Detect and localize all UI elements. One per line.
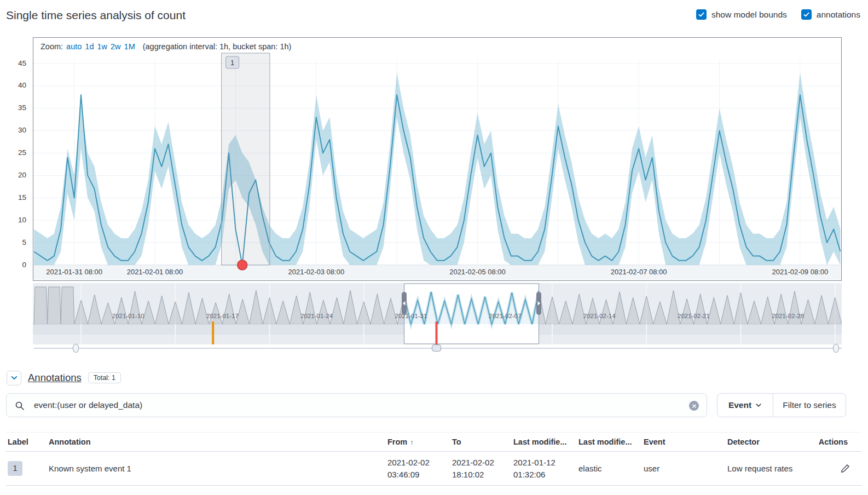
label-cell: 1 — [6, 461, 47, 476]
x-axis-label: 2021-02-01 08:00 — [127, 268, 183, 276]
y-axis-label: 35 — [4, 103, 26, 112]
annotations-table: LabelAnnotationFrom↑ToLast modifie...Las… — [6, 432, 862, 486]
last-modified-by-cell: elastic — [577, 463, 642, 475]
zoom-option-auto[interactable]: auto — [66, 42, 82, 51]
context-annotation-marker[interactable] — [212, 321, 214, 344]
annotation-label-badge: 1 — [8, 461, 22, 476]
y-axis-label: 15 — [4, 193, 26, 202]
y-axis-label: 10 — [4, 216, 26, 224]
chart-toggles: show model bounds annotations — [696, 9, 860, 20]
column-header-annotation[interactable]: Annotation — [47, 438, 386, 446]
zoom-option-1M[interactable]: 1M — [124, 42, 135, 51]
annotation-row: 1Known system event 12021-02-0203:46:092… — [6, 452, 862, 486]
selection-handle-left[interactable] — [402, 292, 407, 315]
x-axis-label: 2021-02-09 08:00 — [772, 268, 829, 276]
show-model-bounds-label: show model bounds — [711, 10, 787, 20]
annotations-search-input[interactable] — [7, 394, 707, 417]
y-axis-label: 20 — [4, 171, 26, 179]
zoom-label: Zoom: — [40, 42, 63, 51]
annotation-region[interactable]: 1 — [222, 53, 270, 265]
detector-cell: Low request rates — [726, 463, 813, 475]
chevron-down-icon — [10, 374, 18, 382]
context-axis-label: 2021-02-28 — [772, 313, 804, 319]
x-axis-label: 2021-02-07 08:00 — [611, 268, 667, 276]
y-axis-label: 25 — [4, 148, 26, 157]
selection-handle-right[interactable] — [536, 292, 541, 315]
sort-ascending-icon: ↑ — [410, 438, 414, 446]
event-filter-dropdown[interactable]: Event — [717, 394, 773, 417]
annotations-checkbox-label: annotations — [817, 10, 860, 20]
context-axis-label: 2021-01-31 — [395, 313, 427, 319]
timeseries-chart-panel: Zoom: auto1d1w2w1M (aggregation interval… — [33, 37, 842, 281]
checkbox-checked-icon — [696, 9, 707, 20]
edit-annotation-button[interactable] — [841, 464, 850, 473]
show-model-bounds-checkbox[interactable]: show model bounds — [696, 9, 787, 20]
x-axis-label: 2021-01-31 08:00 — [46, 268, 102, 276]
context-axis-label: 2021-02-07 — [489, 313, 522, 319]
context-axis-label: 2021-01-17 — [206, 313, 239, 319]
y-axis-label: 30 — [4, 126, 26, 134]
range-slider-left-handle[interactable] — [73, 344, 79, 353]
filter-to-series-button[interactable]: Filter to series — [773, 394, 846, 417]
event-cell: user — [642, 463, 726, 475]
from-cell: 2021-02-0203:46:09 — [386, 457, 450, 481]
annotations-search — [6, 393, 707, 417]
anomaly-marker[interactable] — [238, 260, 247, 270]
last-modified-date-cell: 2021-01-1201:32:06 — [512, 457, 577, 481]
y-axis-label: 45 — [4, 59, 26, 67]
column-header-label[interactable]: Label — [6, 438, 47, 446]
svg-text:1: 1 — [230, 59, 234, 67]
y-axis-label: 40 — [4, 81, 26, 89]
annotations-checkbox[interactable]: annotations — [801, 9, 860, 20]
y-axis-label: 5 — [4, 238, 26, 246]
range-slider-drag-handle[interactable] — [432, 344, 441, 352]
column-header-last-modifie[interactable]: Last modifie... — [577, 438, 642, 446]
chevron-down-icon — [755, 402, 762, 408]
event-filter-label: Event — [728, 400, 751, 410]
timeseries-chart[interactable]: 12021-01-31 08:002021-02-01 08:002021-02… — [33, 38, 841, 280]
zoom-controls: Zoom: auto1d1w2w1M (aggregation interval… — [40, 42, 291, 51]
column-header-last-modifie[interactable]: Last modifie... — [512, 438, 577, 446]
annotation-cell: Known system event 1 — [47, 463, 386, 475]
range-slider-right-handle[interactable] — [833, 344, 839, 353]
column-header-event[interactable]: Event — [642, 438, 726, 446]
clear-search-button[interactable] — [689, 401, 699, 411]
annotations-filter-group: Event Filter to series — [717, 393, 846, 417]
x-axis-label: 2021-02-05 08:00 — [449, 268, 506, 276]
context-navigator-chart[interactable]: 2021-01-102021-01-172021-01-242021-01-31… — [33, 283, 842, 344]
to-cell: 2021-02-0218:10:02 — [450, 457, 512, 481]
checkbox-checked-icon — [801, 9, 812, 20]
zoom-links: auto1d1w2w1M — [66, 42, 135, 51]
page-title: Single time series analysis of count — [6, 9, 186, 22]
annotations-section-title[interactable]: Annotations — [28, 372, 82, 384]
zoom-option-1w[interactable]: 1w — [97, 42, 107, 51]
annotations-total-badge: Total: 1 — [88, 372, 121, 383]
column-header-actions: Actions — [813, 438, 862, 446]
y-axis-label: 0 — [4, 261, 26, 269]
column-header-from[interactable]: From↑ — [386, 438, 450, 446]
annotations-accordion-header: Annotations Total: 1 — [7, 370, 121, 385]
context-axis-label: 2021-02-14 — [583, 313, 616, 319]
table-body: 1Known system event 12021-02-0203:46:092… — [6, 452, 862, 486]
table-header-row: LabelAnnotationFrom↑ToLast modifie...Las… — [6, 432, 862, 452]
context-annotation-marker[interactable] — [436, 321, 438, 344]
zoom-option-1d[interactable]: 1d — [85, 42, 94, 51]
column-header-detector[interactable]: Detector — [726, 438, 813, 446]
collapse-annotations-button[interactable] — [7, 371, 21, 385]
zoom-option-2w[interactable]: 2w — [111, 42, 121, 51]
context-axis-label: 2021-01-10 — [112, 313, 144, 319]
context-axis-label: 2021-01-24 — [300, 313, 333, 319]
single-metric-viewer-page: Single time series analysis of count sho… — [0, 0, 868, 495]
column-header-to[interactable]: To — [450, 438, 512, 446]
aggregation-note: (aggregation interval: 1h, bucket span: … — [143, 42, 292, 51]
x-axis-label: 2021-02-03 08:00 — [288, 268, 344, 276]
context-axis-label: 2021-02-21 — [678, 313, 710, 319]
actions-cell — [813, 464, 862, 473]
